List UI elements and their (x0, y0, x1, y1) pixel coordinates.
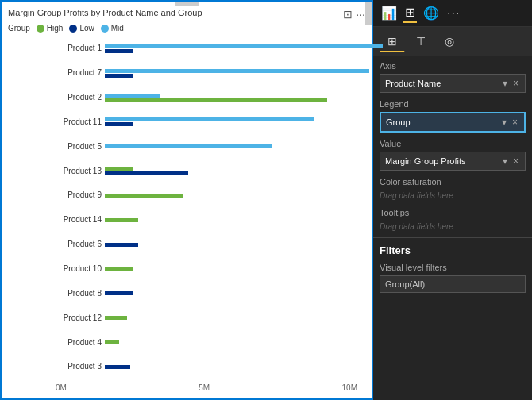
bar-row: Product 10 (56, 262, 357, 276)
bar-high (105, 267, 133, 271)
group-all-filter-name: Group(All) (385, 279, 425, 289)
value-field-actions: ▾ × (501, 156, 520, 167)
legend-item-low: Low (69, 24, 94, 33)
bars-group (105, 167, 357, 175)
x-label-0m: 0M (56, 383, 67, 392)
bar-row: Product 11 (56, 115, 357, 129)
globe-icon[interactable]: 🌐 (422, 4, 441, 22)
value-dropdown-btn[interactable]: ▾ (501, 156, 509, 167)
legend-dot-low (69, 25, 77, 33)
legend-dot-high (37, 25, 44, 33)
tooltips-label: Tooltips (373, 203, 532, 219)
legend-section-label: Legend (373, 94, 532, 110)
group-all-filter-box[interactable]: Group(All) (380, 275, 526, 293)
bars-group (105, 243, 357, 247)
bar-row: Product 2 (56, 90, 357, 105)
axis-field-box[interactable]: Product Name ▾ × (380, 74, 526, 93)
tab-format[interactable]: ⊤ (408, 30, 434, 52)
more-icon[interactable]: ··· (445, 5, 461, 22)
right-panel: 📊 ⊞ 🌐 ··· ⊞ ⊤ ◎ Axis Product Name ▾ × Le… (373, 0, 532, 400)
chart-icon[interactable]: 📊 (380, 4, 399, 22)
bar-label: Product 12 (56, 312, 102, 325)
bar-label: Product 6 (56, 238, 102, 251)
visual-level-filters-label: Visual level filters (373, 260, 532, 274)
bar-label: Product 4 (56, 337, 102, 349)
more-options-icon[interactable]: ··· (356, 8, 365, 21)
bar-label: Product 8 (56, 287, 102, 300)
bar-mid (105, 117, 314, 121)
bar-mid (105, 44, 383, 48)
top-icon-group: 📊 ⊞ 🌐 ··· (380, 3, 461, 23)
bar-row: Product 12 (56, 311, 357, 325)
legend-field-name: Group (386, 117, 500, 127)
axis-dropdown-btn[interactable]: ▾ (501, 78, 509, 89)
resize-handle-right[interactable] (365, 2, 372, 25)
bar-row: Product 9 (56, 188, 357, 202)
bar-low (105, 171, 188, 175)
legend-remove-btn[interactable]: × (511, 117, 519, 128)
value-field-box[interactable]: Margin Group Profits ▾ × (380, 152, 526, 171)
bars-group (105, 340, 357, 344)
bar-label: Product 13 (56, 165, 102, 178)
bar-label: Product 9 (56, 189, 102, 202)
focus-mode-icon[interactable]: ⊡ (343, 8, 353, 21)
chart-x-axis: 0M 5M 10M (8, 383, 365, 392)
bar-mid (105, 144, 272, 148)
value-section-label: Value (373, 134, 532, 150)
legend-dot-mid (101, 25, 109, 33)
value-remove-btn[interactable]: × (511, 156, 520, 167)
chart-panel: Margin Group Profits by Product Name and… (0, 0, 373, 400)
bar-label: Product 1 (56, 42, 102, 55)
bars-group (105, 44, 383, 53)
axis-field-actions: ▾ × (501, 78, 520, 89)
bars-group (105, 94, 357, 102)
bar-label: Product 2 (56, 91, 102, 104)
bar-mid (105, 69, 369, 73)
legend-field-actions: ▾ × (500, 117, 519, 128)
bar-low (105, 49, 133, 53)
fields-icon[interactable]: ⊞ (403, 3, 417, 23)
resize-handle-top[interactable] (175, 2, 199, 6)
bar-low (105, 243, 138, 247)
bar-low (105, 365, 130, 369)
bar-label: Product 7 (56, 67, 102, 79)
chart-area: Product 1Product 7Product 2Product 11Pro… (8, 37, 365, 392)
bar-row: Product 6 (56, 237, 357, 252)
bars-group (105, 291, 357, 295)
bar-label: Product 3 (56, 360, 102, 373)
value-field-name: Margin Group Profits (385, 156, 501, 166)
bars-group (105, 69, 369, 78)
legend-item-mid: Mid (101, 24, 124, 33)
bars-group (105, 365, 357, 369)
bar-label: Product 14 (56, 213, 102, 226)
bar-low (105, 122, 133, 126)
bar-low (105, 74, 133, 78)
tab-analytics[interactable]: ◎ (437, 30, 462, 52)
bar-row: Product 14 (56, 213, 357, 227)
tooltips-hint: Drag data fields here (373, 219, 532, 234)
bar-high (105, 167, 133, 171)
chart-title: Margin Group Profits by Product Name and… (8, 8, 202, 17)
axis-remove-btn[interactable]: × (511, 78, 520, 89)
bar-row: Product 3 (56, 360, 357, 374)
bars-group (105, 144, 357, 148)
legend-field-box[interactable]: Group ▾ × (380, 112, 526, 133)
bar-high (105, 316, 127, 320)
legend-dropdown-btn[interactable]: ▾ (500, 117, 508, 128)
color-saturation-label: Color saturation (373, 172, 532, 188)
bars-container: Product 1Product 7Product 2Product 11Pro… (8, 37, 365, 380)
bar-label: Product 5 (56, 140, 102, 153)
bars-group (105, 117, 357, 126)
bar-row: Product 13 (56, 164, 357, 179)
chart-header-icons: ⊡ ··· (343, 8, 365, 21)
bars-group (105, 218, 357, 222)
axis-label: Axis (373, 56, 532, 72)
x-label-10m: 10M (342, 383, 357, 392)
tab-fields[interactable]: ⊞ (380, 30, 405, 52)
legend-label-high: High (47, 24, 64, 33)
color-saturation-hint: Drag data fields here (373, 188, 532, 203)
bar-row: Product 7 (56, 66, 357, 80)
bar-row: Product 8 (56, 287, 357, 301)
filters-header: Filters (373, 237, 532, 260)
bar-high (105, 218, 138, 222)
